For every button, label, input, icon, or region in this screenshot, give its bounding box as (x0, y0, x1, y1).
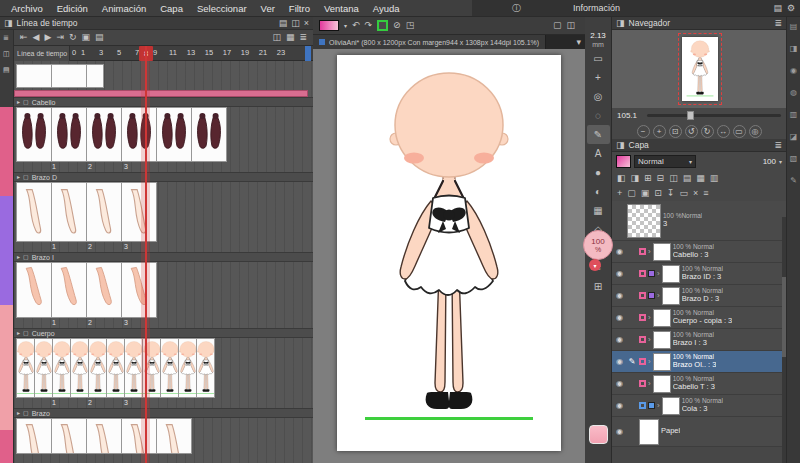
timeline-frame-cell[interactable] (196, 338, 215, 398)
layer-thumbnail[interactable] (653, 375, 671, 393)
new-layer-button[interactable]: + (617, 189, 622, 198)
main-color-swatch[interactable] (589, 425, 608, 444)
timeline-frame-cell[interactable] (51, 64, 87, 88)
chevron-down-icon[interactable]: ▾ (779, 159, 782, 165)
layer-color-swatch[interactable] (616, 155, 631, 168)
ruler-icon[interactable]: ▦ (696, 174, 705, 183)
layer-panel-menu-icon[interactable]: ≣ (774, 141, 782, 150)
timeline-frame-cell[interactable] (121, 107, 157, 162)
timeline-frame-cell[interactable] (88, 338, 107, 398)
layer-color-chip[interactable] (639, 336, 646, 343)
timeline-ruler[interactable]: Línea de tiempo ▾ 0 1 3 5 7 8 9 11 13 15… (14, 46, 313, 61)
tool-lasso[interactable]: ◌ (587, 106, 610, 125)
tab-material[interactable]: ◪ (790, 133, 798, 141)
expand-icon[interactable]: › (657, 291, 660, 300)
snap-button[interactable]: ▢ (553, 21, 562, 30)
menu-archivo[interactable]: Archivo (4, 1, 50, 16)
zoom-slider[interactable] (647, 114, 781, 117)
zoom-out-button[interactable]: − (637, 125, 650, 138)
timeline-frame-cell[interactable] (106, 338, 125, 398)
go-to-start-button[interactable]: ⇤ (20, 33, 28, 42)
track-header-cabello[interactable]: ▸ ▢ Cabello (14, 97, 313, 107)
timeline-frame-cell[interactable] (52, 338, 71, 398)
layer-color-chip[interactable] (648, 270, 655, 277)
layer-color-chip[interactable] (639, 402, 646, 409)
canvas-viewport[interactable] (313, 49, 585, 463)
timeline-frame-cell[interactable] (51, 107, 87, 162)
timeline-frame-cell[interactable] (124, 338, 143, 398)
timeline-frame-cell[interactable] (86, 182, 122, 242)
tool-brush[interactable]: ● (587, 163, 610, 182)
expand-triangle-icon[interactable]: ▸ (17, 410, 20, 416)
layer-row[interactable]: 100 %Normal3 (612, 201, 786, 241)
track-header-cuerpo[interactable]: ▸ ▢ Cuerpo (14, 328, 313, 338)
tool-pen[interactable]: ✎ (587, 125, 610, 144)
clip-icon[interactable]: ◨ (631, 174, 640, 183)
track-options-button[interactable]: ◫ (272, 33, 281, 42)
reset-view-button[interactable]: ▭ (733, 125, 746, 138)
end-frame-marker[interactable] (305, 46, 311, 61)
menu-ventana[interactable]: Ventana (317, 1, 366, 16)
document-tab[interactable]: OliviaAni* (800 x 1200px Con margen944 x… (313, 35, 546, 49)
grid-options-button[interactable]: ▦ (286, 33, 295, 42)
current-color-swatch[interactable] (319, 20, 339, 31)
visibility-eye-icon[interactable]: ◉ (614, 335, 625, 344)
flip-horizontal-button[interactable]: ↔ (717, 125, 730, 138)
menu-seleccionar[interactable]: Seleccionar (190, 1, 254, 16)
new-folder-button[interactable]: ▣ (641, 189, 650, 198)
merge-down-button[interactable]: ↧ (667, 189, 675, 198)
canvas-page[interactable] (337, 55, 561, 451)
track-header-brazo-i[interactable]: ▸ ▢ Brazo I (14, 252, 313, 262)
lock-alpha-icon[interactable]: ⊟ (657, 174, 665, 183)
layer-color-chip[interactable] (639, 292, 646, 299)
layer-color-chip[interactable] (639, 248, 646, 255)
layer-row[interactable]: ◉ › 100 % NormalBrazo D : 3 (612, 285, 786, 307)
zoom-badge-secondary[interactable]: ▾ (589, 259, 601, 271)
layer-thumbnail[interactable] (662, 397, 680, 415)
undo-button[interactable]: ↶ (352, 21, 360, 30)
onion-skin-button[interactable]: ▣ (81, 33, 90, 42)
menu-ayuda[interactable]: Ayuda (366, 1, 407, 16)
layer-color-chip[interactable] (648, 292, 655, 299)
layer-thumbnail[interactable] (627, 204, 661, 238)
tab-color-wheel[interactable]: ▤ (790, 23, 798, 31)
zoom-slider-handle[interactable] (687, 111, 694, 120)
draft-icon[interactable]: ◫ (669, 174, 678, 183)
expand-icon[interactable]: › (657, 269, 660, 278)
timeline-frame-cell[interactable] (16, 262, 52, 318)
visibility-eye-icon[interactable]: ◉ (614, 291, 625, 300)
timeline-frame-cell[interactable] (16, 338, 35, 398)
zoom-badge[interactable]: 100% (583, 230, 613, 260)
timeline-frame-cell[interactable] (86, 418, 122, 454)
timeline-frame-cell[interactable] (86, 64, 104, 88)
layer-row[interactable]: ◉ › 100 % NormalBrazo ID : 3 (612, 263, 786, 285)
delete-layer-button[interactable]: × (693, 189, 698, 198)
expand-icon[interactable]: › (648, 313, 651, 322)
timeline-frame-cell[interactable] (16, 107, 52, 162)
tab-list-chevron-icon[interactable]: ▾ (576, 38, 581, 47)
tool-move[interactable]: + (587, 68, 610, 87)
timeline-frame-cell[interactable] (16, 418, 52, 454)
collapsed-folder-bar[interactable] (14, 90, 308, 97)
onion-button[interactable]: ◫ (566, 21, 575, 30)
deselect-button[interactable]: ⊘ (393, 21, 401, 30)
timeline-frame-cell[interactable] (86, 262, 122, 318)
timeline-frame-cell[interactable] (16, 64, 52, 88)
layer-color-chip[interactable] (639, 380, 646, 387)
layer-row-papel[interactable]: ◉ Papel (612, 417, 786, 447)
visibility-eye-icon[interactable]: ◉ (614, 247, 625, 256)
layer-thumbnail[interactable] (662, 265, 680, 283)
navigator-menu-icon[interactable]: ≣ (774, 19, 782, 28)
visibility-eye-icon[interactable]: ◉ (614, 357, 625, 366)
timeline-frame-cell[interactable] (70, 338, 89, 398)
timeline-frame-cell[interactable] (51, 418, 87, 454)
timeline-frame-cell[interactable] (121, 182, 157, 242)
rail-grid-icon[interactable]: ▤ (3, 66, 10, 73)
visibility-eye-icon[interactable]: ◉ (614, 313, 625, 322)
gear-icon[interactable]: ⚙ (787, 4, 795, 13)
expand-icon[interactable]: › (648, 379, 651, 388)
play-button[interactable]: ▶ (44, 33, 51, 42)
list-options-button[interactable]: ≣ (299, 33, 307, 42)
tab-color-set[interactable]: ◉ (790, 67, 797, 75)
loop-button[interactable]: ↻ (69, 33, 77, 42)
